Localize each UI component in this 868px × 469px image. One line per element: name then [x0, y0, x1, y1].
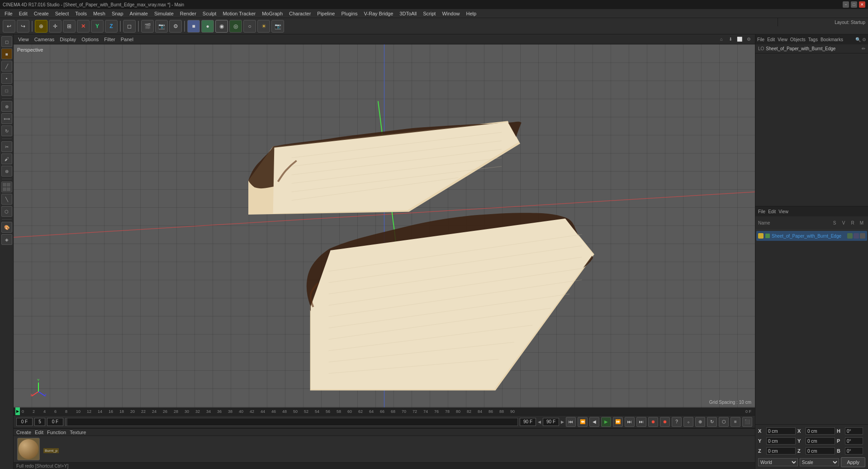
- sidebar-magnet-btn[interactable]: ⊛: [1, 166, 12, 177]
- rp-tags-menu[interactable]: Tags: [808, 37, 818, 42]
- coord-scale-select[interactable]: Scale Size: [800, 458, 840, 466]
- display-menu[interactable]: Display: [58, 37, 78, 42]
- y-axis-button[interactable]: Y: [91, 20, 104, 33]
- close-button[interactable]: ✕: [859, 1, 865, 8]
- record-btn[interactable]: ⏺: [648, 417, 658, 427]
- menu-select[interactable]: Select: [52, 10, 72, 17]
- vp-lock-btn[interactable]: ⬇: [727, 36, 734, 43]
- coord-y-input[interactable]: [766, 437, 796, 445]
- menu-simulate[interactable]: Simulate: [152, 10, 176, 17]
- menu-snap[interactable]: Snap: [109, 10, 126, 17]
- rp-view-menu[interactable]: View: [778, 37, 787, 42]
- rp-file-menu[interactable]: File: [757, 37, 764, 42]
- end-frame-input[interactable]: [543, 418, 559, 426]
- scale-tool-button[interactable]: ⊞: [63, 20, 76, 33]
- loop-btn[interactable]: ↻: [707, 417, 717, 427]
- rp-objects-menu[interactable]: Objects: [790, 37, 806, 42]
- view-menu[interactable]: View: [16, 37, 31, 42]
- fps-input[interactable]: [34, 418, 45, 426]
- menu-edit[interactable]: Edit: [16, 10, 30, 17]
- vp-settings-btn[interactable]: ⚙: [745, 36, 752, 43]
- go-start-btn[interactable]: ⏮: [566, 417, 576, 427]
- panel-menu[interactable]: Panel: [119, 37, 135, 42]
- menu-motion-tracker[interactable]: Motion Tracker: [220, 10, 258, 17]
- anim-btn[interactable]: ?: [672, 417, 682, 427]
- deformer-button[interactable]: ◎: [229, 20, 242, 33]
- camera-button[interactable]: 📷: [271, 20, 284, 33]
- sidebar-rotate-btn[interactable]: ↻: [1, 125, 12, 136]
- cube-button[interactable]: ■: [187, 20, 200, 33]
- sphere-button[interactable]: ●: [201, 20, 214, 33]
- next-frame-btn[interactable]: ⏩: [613, 417, 623, 427]
- sidebar-texture-btn[interactable]: ⬡: [1, 206, 12, 217]
- sidebar-point-btn[interactable]: •: [1, 73, 12, 84]
- filter-menu[interactable]: Filter: [102, 37, 117, 42]
- obj-dot-2[interactable]: [854, 233, 859, 239]
- go-end-btn[interactable]: ⏭: [625, 417, 635, 427]
- rp-bottom-file[interactable]: File: [758, 209, 765, 214]
- function-mat-menu[interactable]: Function: [47, 430, 66, 435]
- prev-frame-btn[interactable]: ⏪: [578, 417, 588, 427]
- cameras-menu[interactable]: Cameras: [33, 37, 57, 42]
- material-thumbnail[interactable]: [17, 438, 40, 460]
- coord-z-input[interactable]: [766, 447, 796, 455]
- options-menu[interactable]: Options: [80, 37, 100, 42]
- rp-settings-btn[interactable]: ⚙: [862, 37, 866, 42]
- vp-home-btn[interactable]: ⌂: [718, 36, 725, 43]
- menu-plugins[interactable]: Plugins: [338, 10, 360, 17]
- object-item-paper[interactable]: Sheet_of_Paper_with_Burnt_Edge: [756, 231, 867, 241]
- vp-fullscreen-btn[interactable]: ⬜: [736, 36, 743, 43]
- sidebar-brush-btn[interactable]: 🖌: [1, 153, 12, 164]
- coord-z2-input[interactable]: [806, 447, 835, 455]
- sidebar-sculpt-btn[interactable]: ◈: [1, 234, 12, 245]
- create-mat-menu[interactable]: Create: [16, 430, 31, 435]
- menu-sculpt[interactable]: Sculpt: [200, 10, 219, 17]
- menu-v-ray-bridge[interactable]: V-Ray Bridge: [361, 10, 396, 17]
- nurbs-button[interactable]: ◉: [215, 20, 228, 33]
- menu-tools[interactable]: Tools: [72, 10, 90, 17]
- dope-btn[interactable]: ⬛: [742, 417, 752, 427]
- coord-x-input[interactable]: [766, 427, 796, 435]
- z-axis-button[interactable]: Z: [105, 20, 118, 33]
- menu-mesh[interactable]: Mesh: [90, 10, 108, 17]
- go-end2-btn[interactable]: ⏭: [636, 417, 646, 427]
- sidebar-scale-btn[interactable]: ⟺: [1, 113, 12, 124]
- sidebar-edge-btn[interactable]: ╱: [1, 61, 12, 72]
- motion-btn[interactable]: ⬡: [719, 417, 729, 427]
- null-button[interactable]: ○: [243, 20, 256, 33]
- menu-3dtoall[interactable]: 3DToAll: [397, 10, 419, 17]
- x-axis-button[interactable]: ✕: [77, 20, 90, 33]
- sidebar-grid-btn[interactable]: [1, 182, 12, 192]
- start-frame-input[interactable]: [16, 418, 33, 426]
- obj-dot-3[interactable]: [860, 233, 865, 239]
- sidebar-obj-btn[interactable]: □: [1, 85, 12, 96]
- coord-world-select[interactable]: World Object: [758, 458, 798, 466]
- coord-p-input[interactable]: [845, 437, 863, 445]
- snap-btn[interactable]: ⊕: [695, 417, 705, 427]
- menu-render[interactable]: Render: [177, 10, 199, 17]
- menu-help[interactable]: Help: [464, 10, 479, 17]
- light-button[interactable]: ☀: [257, 20, 270, 33]
- redo-button[interactable]: ↪: [17, 20, 29, 33]
- render-to-picture-button[interactable]: 📷: [155, 20, 168, 33]
- menu-file[interactable]: File: [2, 10, 15, 17]
- coord-b-input[interactable]: [845, 447, 863, 455]
- object-mode-button[interactable]: ◻: [123, 20, 136, 33]
- rp-search-btn[interactable]: 🔍: [855, 37, 861, 42]
- key-btn[interactable]: ⬦: [683, 417, 693, 427]
- maximize-button[interactable]: □: [851, 1, 857, 8]
- coord-x2-input[interactable]: [806, 427, 835, 435]
- rp-edit-menu[interactable]: Edit: [767, 37, 775, 42]
- sidebar-knife-btn[interactable]: ✂: [1, 141, 12, 152]
- select-tool-button[interactable]: ⊕: [35, 20, 47, 33]
- 3d-viewport[interactable]: Perspective: [14, 44, 755, 407]
- menu-script[interactable]: Script: [420, 10, 438, 17]
- texture-mat-menu[interactable]: Texture: [70, 430, 86, 435]
- minimize-button[interactable]: −: [843, 1, 849, 8]
- layer-btn[interactable]: ≡: [730, 417, 740, 427]
- obj-dot-1[interactable]: [847, 233, 853, 239]
- sidebar-edge2-btn[interactable]: ╲: [1, 194, 12, 205]
- menu-window[interactable]: Window: [439, 10, 462, 17]
- menu-pipeline[interactable]: Pipeline: [314, 10, 337, 17]
- sidebar-polygon-btn[interactable]: ■: [1, 48, 12, 59]
